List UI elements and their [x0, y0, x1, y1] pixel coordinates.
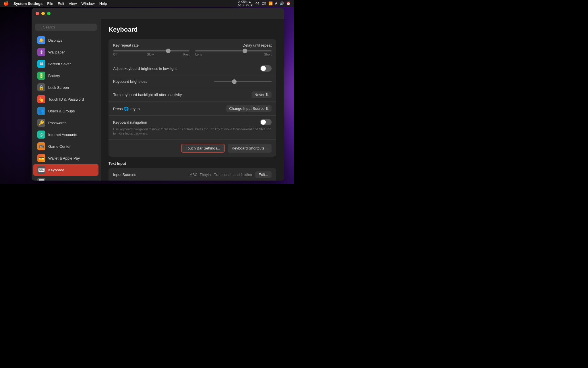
- keyboard-nav-toggle[interactable]: [260, 119, 272, 125]
- backlight-off-dropdown[interactable]: Never ⇅: [252, 91, 272, 98]
- screensaver-icon: 🖥: [37, 60, 45, 68]
- sidebar-label-screensaver: Screen Saver: [48, 62, 71, 66]
- sidebar-label-keyboard: Keyboard: [48, 168, 64, 172]
- sidebar-item-users[interactable]: 👥 Users & Groups: [33, 105, 98, 117]
- keyboard-nav-toggle-knob: [261, 120, 266, 125]
- press-key-label: Press 🌐 key to: [113, 106, 226, 111]
- menubar-left: 🍎 System Settings File Edit View Window …: [3, 1, 107, 6]
- delay-repeat-slider-wrapper: Long Short: [195, 50, 272, 56]
- maximize-button[interactable]: [47, 12, 51, 15]
- app-name: System Settings: [13, 1, 42, 6]
- delay-repeat-track: [195, 50, 272, 51]
- gamecenter-icon: 🎮: [37, 142, 45, 150]
- sidebar-label-trackpad: Trackpad: [48, 180, 64, 181]
- content-area: Keyboard Key repeat rate Delay until rep…: [100, 19, 284, 181]
- close-button[interactable]: [36, 12, 39, 15]
- menu-help[interactable]: Help: [99, 1, 107, 6]
- sidebar-item-displays[interactable]: ☀️ Displays: [33, 34, 98, 46]
- kb-brightness-track: [214, 81, 272, 82]
- kb-brightness-thumb[interactable]: [232, 79, 237, 84]
- key-repeat-fast-label: Fast: [183, 53, 189, 56]
- search-container: 🔍: [32, 21, 100, 34]
- key-repeat-card: Key repeat rate Delay until repeat Off S…: [109, 39, 276, 157]
- minimize-button[interactable]: [41, 12, 45, 15]
- sliders-row: Off Slow Fast Long Short: [113, 50, 272, 56]
- keyboard-nav-description: Use keyboard navigation to move focus be…: [113, 127, 272, 136]
- delay-short-label: Short: [264, 53, 272, 56]
- menubar: 🍎 System Settings File Edit View Window …: [0, 0, 294, 7]
- users-icon: 👥: [37, 107, 45, 115]
- press-key-dropdown[interactable]: Change Input Source ⇅: [226, 105, 272, 112]
- search-input[interactable]: [35, 24, 97, 31]
- titlebar: [32, 8, 284, 19]
- edit-input-sources-button[interactable]: Edit...: [255, 171, 272, 178]
- sidebar-item-gamecenter[interactable]: 🎮 Game Center: [33, 141, 98, 152]
- wallet-icon: 💳: [37, 154, 45, 162]
- sidebar-item-wallet[interactable]: 💳 Wallet & Apple Pay: [33, 152, 98, 164]
- brightness-low-light-toggle[interactable]: [260, 65, 272, 72]
- keyboard-nav-label: Keyboard navigation: [113, 120, 260, 124]
- menu-edit[interactable]: Edit: [58, 1, 64, 6]
- brightness-low-light-label: Adjust keyboard brightness in low light: [113, 66, 260, 71]
- sidebar-label-displays: Displays: [48, 38, 62, 43]
- press-key-row: Press 🌐 key to Change Input Source ⇅: [109, 102, 276, 116]
- trackpad-icon: ⬜: [37, 178, 45, 181]
- key-repeat-slow-label: Slow: [147, 53, 154, 56]
- sidebar-item-screensaver[interactable]: 🖥 Screen Saver: [33, 58, 98, 70]
- sidebar-item-touchid[interactable]: 👆 Touch ID & Password: [33, 93, 98, 105]
- backlight-off-value: Never: [254, 93, 264, 97]
- keyboard-sidebar-icon: ⌨: [37, 166, 45, 174]
- delay-repeat-thumb[interactable]: [243, 49, 247, 53]
- sidebar-item-internet[interactable]: @ Internet Accounts: [33, 129, 98, 140]
- search-wrapper: 🔍: [35, 24, 97, 31]
- passwords-icon: 🔑: [37, 119, 45, 127]
- key-repeat-thumb[interactable]: [166, 49, 171, 53]
- key-repeat-labels: Off Slow Fast: [113, 53, 189, 56]
- key-repeat-slider-wrapper: Off Slow Fast: [113, 50, 189, 56]
- sidebar-item-battery[interactable]: 🔋 Battery: [33, 70, 98, 81]
- kb-brightness-slider-container: [214, 81, 272, 82]
- wifi-icon[interactable]: 📶: [268, 1, 273, 5]
- backlight-off-label: Turn keyboard backlight off after inacti…: [113, 93, 252, 97]
- displays-icon: ☀️: [37, 36, 45, 44]
- globe-icon: 🌐: [124, 106, 130, 111]
- apple-logo-icon[interactable]: 🍎: [3, 1, 9, 6]
- sidebar-label-touchid: Touch ID & Password: [48, 97, 84, 101]
- sidebar-label-gamecenter: Game Center: [48, 144, 71, 149]
- brightness-low-light-row: Adjust keyboard brightness in low light: [109, 62, 276, 75]
- menu-file[interactable]: File: [47, 1, 53, 6]
- internet-icon: @: [37, 131, 45, 139]
- keyboard-brightness-label: Keyboard brightness: [113, 79, 214, 84]
- clock-icon: ⏰: [286, 1, 291, 5]
- sidebar-label-wallpaper: Wallpaper: [48, 50, 65, 54]
- sidebar-label-battery: Battery: [48, 74, 60, 78]
- volume-icon[interactable]: 🔊: [280, 1, 284, 5]
- sidebar-item-keyboard[interactable]: ⌨ Keyboard: [33, 164, 98, 176]
- slider-headers: Key repeat rate Delay until repeat: [113, 43, 272, 47]
- keyboard-navigation-row: Keyboard navigation Use keyboard navigat…: [109, 116, 276, 140]
- sidebar-item-lockscreen[interactable]: 🔒 Lock Screen: [33, 82, 98, 93]
- sidebar-item-trackpad[interactable]: ⬜ Trackpad: [33, 176, 98, 181]
- backlight-off-row: Turn keyboard backlight off after inacti…: [109, 88, 276, 102]
- sidebar-label-passwords: Passwords: [48, 121, 67, 125]
- sidebar-label-internet: Internet Accounts: [48, 133, 77, 137]
- lockscreen-icon: 🔒: [37, 83, 45, 91]
- delay-long-label: Long: [195, 53, 202, 56]
- brightness-off: Off: [262, 1, 266, 5]
- menu-view[interactable]: View: [69, 1, 77, 6]
- traffic-lights: [36, 12, 51, 15]
- touch-bar-settings-button[interactable]: Touch Bar Settings...: [181, 144, 225, 153]
- main-window: 🔍 ☀️ Displays ❋ Wallpaper 🖥 Screen Saver…: [32, 8, 284, 181]
- sidebar-item-passwords[interactable]: 🔑 Passwords: [33, 117, 98, 129]
- sliders-section: Key repeat rate Delay until repeat Off S…: [109, 39, 276, 62]
- wallpaper-icon: ❋: [37, 48, 45, 56]
- keyboard-shortcuts-button[interactable]: Keyboard Shortcuts...: [228, 144, 272, 153]
- delay-repeat-labels: Long Short: [195, 53, 272, 56]
- key-repeat-header: Key repeat rate: [113, 43, 243, 47]
- sidebar-item-wallpaper[interactable]: ❋ Wallpaper: [33, 46, 98, 58]
- menu-window[interactable]: Window: [81, 1, 94, 6]
- keyboard-brightness-row: Keyboard brightness: [109, 75, 276, 88]
- brightness-icon: 44: [256, 1, 259, 5]
- sidebar-content: 🔍 ☀️ Displays ❋ Wallpaper 🖥 Screen Saver…: [32, 19, 100, 181]
- text-input-card: Input Sources ABC, Zhuyin - Traditional,…: [109, 168, 276, 181]
